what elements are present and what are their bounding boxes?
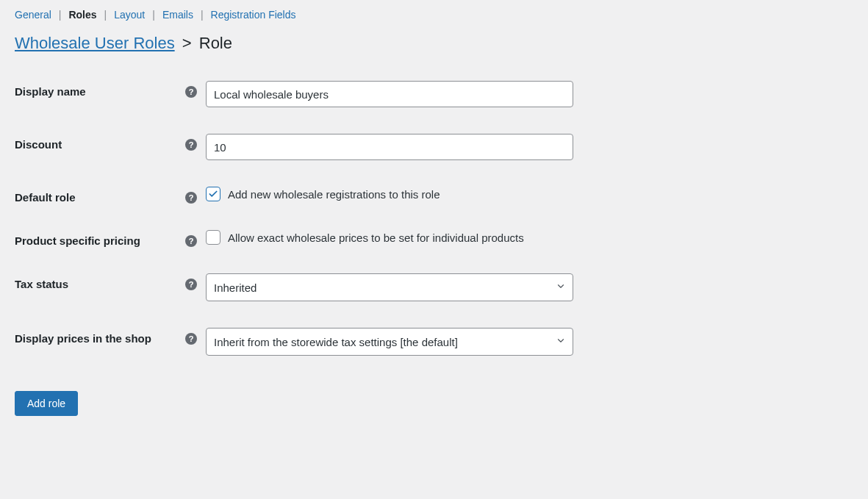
product-specific-pricing-label: Product specific pricing [15, 234, 140, 247]
display-prices-label: Display prices in the shop [15, 332, 151, 345]
breadcrumb-current: Role [199, 34, 232, 52]
display-prices-select[interactable]: Inherit from the storewide tax settings … [206, 328, 573, 356]
display-name-label: Display name [15, 85, 86, 98]
default-role-checkbox[interactable] [206, 187, 220, 201]
breadcrumb-separator: > [179, 34, 195, 52]
display-prices-value: Inherit from the storewide tax settings … [214, 336, 458, 348]
help-icon[interactable]: ? [185, 86, 197, 98]
tab-registration-fields[interactable]: Registration Fields [211, 9, 296, 21]
tab-emails[interactable]: Emails [162, 9, 193, 21]
discount-input[interactable] [206, 134, 573, 160]
tab-separator: | [152, 9, 155, 21]
check-icon [208, 189, 218, 199]
breadcrumb-parent-link[interactable]: Wholesale User Roles [15, 34, 175, 52]
help-icon[interactable]: ? [185, 139, 197, 151]
default-role-label: Default role [15, 191, 76, 204]
tab-roles[interactable]: Roles [68, 9, 96, 21]
tax-status-label: Tax status [15, 278, 68, 290]
tab-separator: | [104, 9, 107, 21]
product-specific-pricing-checkbox[interactable] [206, 230, 220, 245]
discount-label: Discount [15, 138, 62, 151]
tab-separator: | [59, 9, 62, 21]
display-name-input[interactable] [206, 81, 573, 107]
add-role-button[interactable]: Add role [15, 391, 78, 416]
default-role-checkbox-label: Add new wholesale registrations to this … [228, 188, 440, 201]
settings-tabs: General | Roles | Layout | Emails | Regi… [0, 0, 868, 26]
tax-status-select[interactable]: Inherited [206, 273, 573, 301]
breadcrumb: Wholesale User Roles > Role [0, 26, 868, 68]
tab-separator: | [201, 9, 204, 21]
help-icon[interactable]: ? [185, 279, 197, 290]
product-specific-pricing-checkbox-label: Allow exact wholesale prices to be set f… [228, 231, 524, 244]
tax-status-value: Inherited [214, 281, 257, 294]
tab-general[interactable]: General [15, 9, 51, 21]
help-icon[interactable]: ? [185, 192, 197, 204]
help-icon[interactable]: ? [185, 235, 197, 247]
help-icon[interactable]: ? [185, 333, 197, 345]
tab-layout[interactable]: Layout [114, 9, 145, 21]
